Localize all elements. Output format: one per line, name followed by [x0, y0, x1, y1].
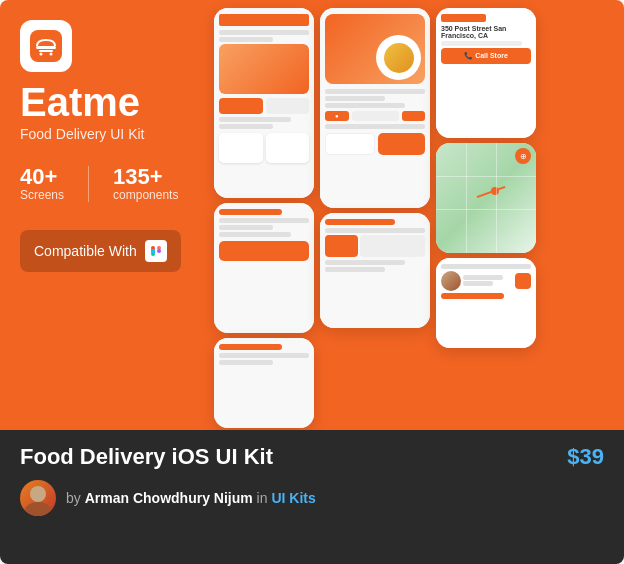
brand-name: Eatme	[20, 82, 240, 122]
author-name-link[interactable]: Arman Chowdhury Nijum	[85, 490, 253, 506]
screens-label: Screens	[20, 188, 64, 202]
hero-banner: Eatme Food Delivery UI Kit 40+ Screens 1…	[0, 0, 624, 430]
figma-icon	[145, 240, 167, 262]
phone-mockups-area: ●	[214, 0, 624, 430]
hero-left-content: Eatme Food Delivery UI Kit 40+ Screens 1…	[20, 20, 240, 272]
stats-row: 40+ Screens 135+ components	[20, 166, 240, 202]
title-price-row: Food Delivery iOS UI Kit $39	[20, 444, 604, 470]
category-link[interactable]: UI Kits	[271, 490, 315, 506]
author-text: by Arman Chowdhury Nijum in UI Kits	[66, 490, 316, 506]
compatible-button[interactable]: Compatible With	[20, 230, 181, 272]
stat-divider	[88, 166, 89, 202]
svg-rect-1	[36, 46, 56, 49]
components-stat: 135+ components	[113, 166, 178, 202]
phone-col-2: ●	[320, 8, 430, 328]
screens-number: 40+	[20, 166, 64, 188]
product-card: Eatme Food Delivery UI Kit 40+ Screens 1…	[0, 0, 624, 564]
screens-stat: 40+ Screens	[20, 166, 64, 202]
author-row: by Arman Chowdhury Nijum in UI Kits	[20, 480, 604, 516]
author-avatar	[20, 480, 56, 516]
compatible-label: Compatible With	[34, 243, 137, 259]
components-number: 135+	[113, 166, 178, 188]
brand-subtitle: Food Delivery UI Kit	[20, 126, 240, 142]
phone-screen-map-info: 350 Post Street San Francisco, CA 📞 Call…	[436, 8, 536, 138]
svg-rect-9	[151, 249, 155, 253]
phone-screen-details: ●	[320, 8, 430, 208]
svg-rect-2	[39, 50, 53, 52]
phone-screen-delivery	[436, 258, 536, 348]
phone-screen-orders	[320, 213, 430, 328]
phone-screen-map: ⊕	[436, 143, 536, 253]
phone-screen-coupon	[214, 338, 314, 428]
app-icon	[20, 20, 72, 72]
svg-point-3	[40, 53, 43, 56]
svg-point-4	[50, 53, 53, 56]
svg-point-8	[157, 249, 161, 253]
author-avatar-image	[20, 480, 56, 516]
product-price: $39	[567, 444, 604, 470]
product-footer: Food Delivery iOS UI Kit $39 by Arman Ch…	[0, 430, 624, 564]
phone-col-3: 350 Post Street San Francisco, CA 📞 Call…	[436, 8, 536, 348]
product-title: Food Delivery iOS UI Kit	[20, 444, 273, 470]
components-label: components	[113, 188, 178, 202]
